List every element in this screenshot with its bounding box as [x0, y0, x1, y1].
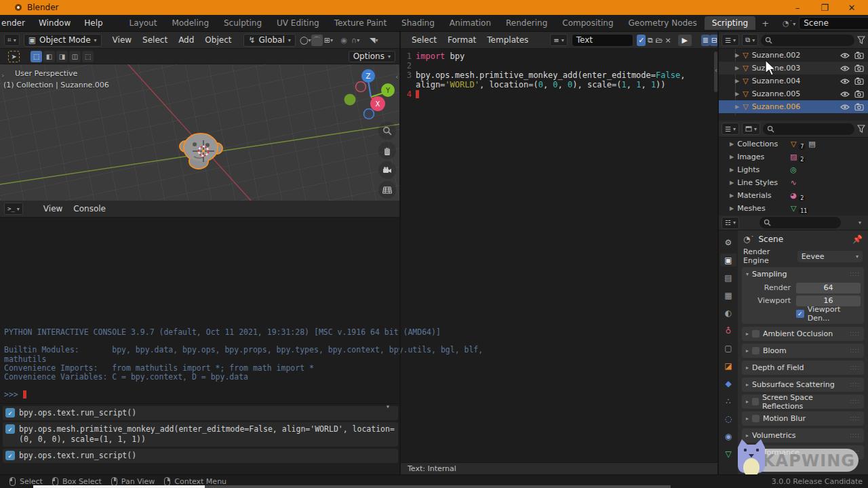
- text-datablock-field[interactable]: Text: [572, 34, 634, 47]
- blendfile-search-input[interactable]: [763, 123, 854, 135]
- tool-tab[interactable]: ⚙: [720, 236, 736, 249]
- code-line[interactable]: 1import bpy: [401, 52, 719, 61]
- drag-dots-icon[interactable]: ::::: [850, 432, 860, 439]
- viewport-menu-object[interactable]: Object: [199, 35, 237, 45]
- move-view-button[interactable]: [378, 142, 396, 159]
- expand-icon[interactable]: ▶: [730, 167, 734, 173]
- hide-viewport-icon[interactable]: [840, 104, 850, 110]
- panel-checkbox[interactable]: [752, 398, 759, 405]
- active-tool-icon[interactable]: ➤: [8, 51, 20, 62]
- outliner-row-suzanne.006[interactable]: ▶▽Suzanne.006: [719, 100, 868, 113]
- pin-icon[interactable]: 📌: [852, 235, 863, 244]
- scene-tab[interactable]: ◐: [720, 306, 736, 319]
- options-dropdown[interactable]: Options▾: [349, 51, 395, 62]
- text-menu-format[interactable]: Format: [442, 35, 481, 45]
- drag-dots-icon[interactable]: ::::: [850, 399, 860, 405]
- new-text-icon[interactable]: ⧉: [646, 35, 654, 46]
- sampling-render-field[interactable]: 64: [796, 283, 861, 293]
- workspace-tab-compositing[interactable]: Compositing: [555, 16, 620, 30]
- menu-render-truncated[interactable]: ender: [0, 18, 32, 28]
- console-menu-view[interactable]: View: [38, 204, 68, 214]
- transform-orientation-dropdown[interactable]: ↯ Global ▾: [243, 34, 295, 47]
- navigation-gizmo[interactable]: Z Y X: [339, 64, 400, 125]
- scene-icon[interactable]: ◔˙▾: [781, 19, 797, 28]
- output-tab[interactable]: ▤: [720, 271, 736, 284]
- workspace-tab-uv-editing[interactable]: UV Editing: [269, 16, 327, 30]
- workspace-tab-geometry-nodes[interactable]: Geometry Nodes: [621, 16, 705, 30]
- snap-magnet-icon[interactable]: ⌒: [311, 35, 323, 46]
- viewport-canvas[interactable]: › User Perspective (1) Collection | Suza…: [0, 64, 401, 201]
- blendfile-row-collections[interactable]: ▶Collections▽7▤: [719, 138, 868, 150]
- disable-render-icon[interactable]: [854, 90, 864, 98]
- hide-viewport-icon[interactable]: [840, 65, 850, 72]
- expand-icon[interactable]: ▶: [730, 192, 734, 199]
- blendfile-row-line-styles[interactable]: ▶Line Styles∿: [719, 176, 868, 189]
- expand-icon[interactable]: ▶: [735, 91, 739, 97]
- workspace-tab-texture-paint[interactable]: Texture Paint: [327, 16, 394, 30]
- expand-icon[interactable]: ▶: [730, 205, 734, 211]
- collection-tab[interactable]: ▢: [720, 342, 736, 354]
- render-tab[interactable]: ▣: [720, 253, 736, 266]
- editor-type-blendfile-button[interactable]: ☰▾: [722, 123, 739, 135]
- viewport-menu-view[interactable]: View: [107, 35, 137, 45]
- hide-viewport-icon[interactable]: [840, 52, 850, 59]
- mode-dropdown[interactable]: ▣ Object Mode ▾: [24, 34, 102, 47]
- gizmo-axis-z-neg[interactable]: [364, 109, 374, 119]
- outliner-row-suzanne.003[interactable]: ▶▽Suzanne.003: [719, 62, 868, 75]
- physics-tab[interactable]: ◌: [720, 412, 736, 425]
- editor-type-properties-button[interactable]: ☷▾: [722, 217, 739, 229]
- menu-help[interactable]: Help: [77, 18, 109, 28]
- expand-icon[interactable]: ▶: [730, 141, 734, 147]
- scene-selector[interactable]: Scene ⧉ ×: [799, 17, 868, 30]
- workspace-tab-shading[interactable]: Shading: [394, 16, 442, 30]
- panel-motion-blur[interactable]: ▸Motion Blur::::: [742, 411, 864, 426]
- blendfile-display-mode-icon[interactable]: 🗔▾: [742, 123, 760, 135]
- workspace-tab-modeling[interactable]: Modeling: [164, 16, 216, 30]
- proportional-falloff-icon[interactable]: ∩▾: [350, 35, 361, 46]
- outliner-filter-icon[interactable]: [857, 36, 865, 44]
- outliner-row-suzanne.002[interactable]: ▶▽Suzanne.002: [719, 49, 868, 62]
- workspace-tab-layout[interactable]: Layout: [122, 16, 165, 30]
- disable-render-icon[interactable]: [854, 77, 864, 85]
- drag-dots-icon[interactable]: ::::: [850, 382, 860, 388]
- info-checkbox[interactable]: ✓: [5, 424, 15, 434]
- drag-dots-icon[interactable]: ::::: [850, 348, 860, 354]
- code-line[interactable]: 3bpy.ops.mesh.primitive_monkey_add(enter…: [401, 70, 719, 80]
- snap-with-icon[interactable]: ⊞▾: [323, 35, 334, 46]
- render-engine-dropdown[interactable]: Eevee ▾: [797, 251, 863, 262]
- editor-type-viewport-button[interactable]: ⌗▾: [4, 34, 20, 46]
- maximize-button[interactable]: ❐: [811, 0, 838, 15]
- modifiers-tab[interactable]: ◆: [720, 377, 736, 390]
- panel-checkbox[interactable]: [752, 347, 760, 354]
- snap-target-icon[interactable]: ◯▾: [300, 35, 311, 46]
- expand-icon[interactable]: ▶: [735, 52, 739, 58]
- blendfile-filter-icon[interactable]: [857, 125, 865, 133]
- info-log-entry[interactable]: ✓bpy.ops.mesh.primitive_monkey_add(enter…: [3, 422, 398, 447]
- panel-subsurface-scattering[interactable]: ▸Subsurface Scattering::::: [742, 378, 864, 392]
- hide-viewport-icon[interactable]: [840, 91, 850, 98]
- viewport-denoise-checkbox[interactable]: ✓: [796, 310, 804, 318]
- view-layer-tab[interactable]: ▦: [720, 289, 736, 302]
- outliner-row-suzanne.005[interactable]: ▶▽Suzanne.005: [719, 87, 868, 100]
- expand-icon[interactable]: ▶: [735, 78, 739, 84]
- drag-dots-icon[interactable]: ::::: [850, 415, 860, 422]
- panel-checkbox[interactable]: [752, 330, 760, 338]
- menu-window[interactable]: Window: [32, 18, 77, 28]
- console-prompt[interactable]: >>>: [4, 390, 397, 399]
- expand-icon[interactable]: ▶: [730, 154, 734, 160]
- drag-dots-icon[interactable]: ::::: [850, 271, 860, 277]
- expand-icon[interactable]: ▶: [730, 180, 734, 186]
- blendfile-row-images[interactable]: ▶Images▨2: [719, 150, 868, 163]
- disable-render-icon[interactable]: [854, 64, 864, 72]
- workspace-tab-scripting[interactable]: Scripting: [705, 16, 755, 30]
- text-menu-templates[interactable]: Templates: [481, 35, 534, 45]
- hide-viewport-icon[interactable]: [840, 78, 850, 85]
- properties-search-input[interactable]: [760, 217, 841, 228]
- proportional-editing-icon[interactable]: ◉: [338, 35, 350, 46]
- blendfile-row-meshes[interactable]: ▶Meshes▽11: [719, 202, 868, 215]
- panel-screen-space-reflections[interactable]: ▸Screen Space Reflections::::: [742, 394, 864, 409]
- drag-dots-icon[interactable]: ::::: [850, 331, 860, 337]
- select-box-intersect-icon[interactable]: ⬚: [82, 51, 94, 62]
- line-numbers-toggle-icon[interactable]: ≣: [701, 35, 710, 46]
- camera-view-button[interactable]: [378, 161, 396, 179]
